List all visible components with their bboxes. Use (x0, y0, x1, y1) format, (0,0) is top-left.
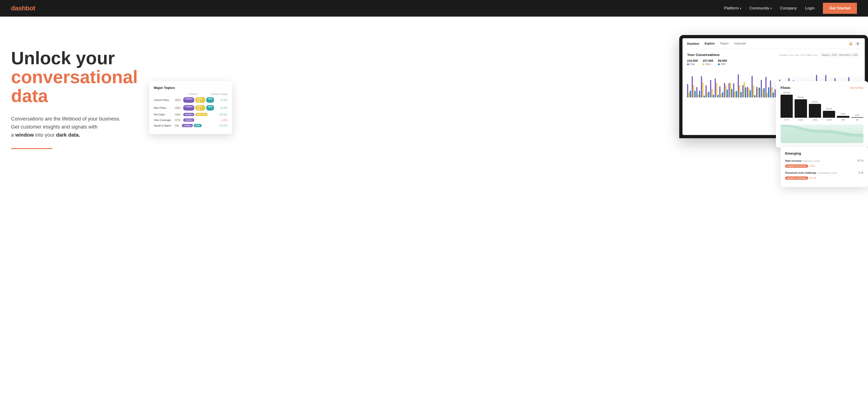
emerging-sentiment-tag: Negative Sentiment (785, 165, 808, 168)
nav-links: Platform ▾ Community ▾ Company Login Get… (724, 3, 857, 14)
chevron-down-icon: ▾ (740, 7, 741, 10)
emerging-count: 10.7k (857, 159, 863, 162)
bar-group (710, 80, 714, 97)
chart-bar (754, 95, 755, 97)
flows-bars: 100.0% 3,771 80.0% 3,031 60.0% 1,892 30.… (780, 93, 863, 121)
chart-bar (715, 79, 716, 97)
get-started-button[interactable]: Get Started (823, 3, 857, 14)
topic-change: +3.2% (216, 98, 227, 102)
flow-pct: 60.0% (812, 101, 818, 103)
bar-group (696, 87, 700, 97)
chart-bar (739, 85, 740, 97)
topic-tag: Chatbot (183, 113, 194, 116)
hero-underline-decoration (11, 148, 53, 149)
topic-name: Cancel Policy (154, 98, 172, 102)
chart-bar (727, 90, 728, 97)
topic-row: Speak to Agent 90k ChatbotSMS +13.2% (154, 124, 227, 127)
emerging-rows: Rate increase Expensive, Cancel 10.7k Ne… (785, 159, 863, 180)
chart-bar (708, 92, 709, 97)
flow-bar (795, 99, 807, 118)
voice-legend-dot (703, 63, 704, 65)
bar-group (733, 83, 737, 97)
chat-legend-dot (687, 63, 689, 65)
chart-bar (773, 93, 774, 97)
chart-bar (750, 90, 751, 97)
chart-bar (696, 87, 698, 97)
chart-bar (690, 90, 691, 97)
topic-tag: Chatbot (183, 105, 194, 111)
stat-chat: 210,000 Chat (687, 59, 698, 65)
screen-nav-report[interactable]: Report (720, 42, 728, 45)
chart-bar (768, 87, 769, 97)
emerging-tag-row: Negative Sentiment -21.2% (785, 175, 863, 180)
topic-tags: ChatbotSMS (182, 124, 214, 127)
flow-bar-container (780, 95, 793, 118)
topic-count: 177k (174, 119, 181, 122)
bar-group (756, 87, 760, 97)
topic-row: View Coverage 177k Chatbot -1.0% (154, 118, 227, 122)
flow-count: 3,771 (784, 119, 789, 121)
chart-bar (770, 80, 771, 97)
chart-bar (687, 84, 688, 97)
chart-stats: 210,000 Chat 157,000 Voice (687, 59, 860, 65)
chart-bar (701, 76, 702, 97)
topic-change: -1.0% (216, 119, 227, 121)
topic-tag: SMS (194, 124, 202, 127)
nav-login[interactable]: Login (805, 6, 815, 10)
flow-bar (851, 117, 863, 118)
see-full-flow-link[interactable]: See full flow (850, 86, 863, 89)
navigation: dashbot Platform ▾ Community ▾ Company L… (0, 0, 868, 17)
chart-bar (744, 82, 745, 97)
bar-group (724, 83, 728, 97)
chart-bar (699, 91, 700, 97)
chart-bar (748, 88, 749, 97)
topics-col-volume: Volume Change (211, 93, 227, 95)
bar-group (728, 83, 733, 97)
notification-icon[interactable]: 🔔 (848, 41, 853, 46)
chart-controls: Average: 3,421 | Low: 2,347 | High: 6,23… (779, 53, 860, 57)
stat-sms: 89,000 SMS (718, 59, 727, 65)
stat-voice: 157,000 Voice (703, 59, 713, 65)
screen-nav-automate[interactable]: Automate (734, 42, 746, 45)
emerging-label-group: Password reset challenge Authentication,… (785, 170, 837, 175)
brand-logo[interactable]: dashbot (11, 5, 35, 12)
emerging-label-group: Rate increase Expensive, Cancel (785, 159, 820, 163)
flow-pct: 8.0% (841, 113, 846, 115)
nav-company[interactable]: Company (780, 6, 797, 10)
flow-bar (823, 111, 835, 118)
nav-platform[interactable]: Platform ▾ (724, 6, 741, 10)
flow-pct: 30.0% (826, 108, 832, 110)
flows-title: Flows (780, 86, 790, 90)
flows-header: Flows See full flow (780, 86, 863, 90)
chart-bar (730, 83, 731, 97)
hero-text: Unlock your conversational data Conversa… (11, 35, 140, 149)
settings-icon[interactable]: ⚙ (855, 41, 860, 46)
bar-group (747, 87, 751, 97)
flow-bar-container (851, 117, 863, 118)
screen-logo: Dashbot (687, 42, 699, 46)
screen-nav-explore[interactable]: Explore (705, 42, 715, 45)
bar-group (706, 85, 709, 97)
topic-name: Speak to Agent (154, 124, 172, 127)
chart-bar (759, 88, 760, 97)
chart-bar (693, 85, 694, 97)
nav-community[interactable]: Community ▾ (749, 6, 772, 10)
bar-group (761, 80, 765, 97)
bar-group (687, 84, 691, 97)
date-range[interactable]: August 1, 2022 - December 1, 2022 (820, 53, 860, 57)
chart-bar (706, 85, 707, 97)
chart-bar (692, 76, 693, 97)
emerging-title: Emerging (785, 151, 863, 155)
topic-tag: Chatbot (182, 124, 193, 127)
flow-count: 60 (856, 119, 858, 121)
chart-bar (688, 93, 690, 97)
topic-tag: SMS (206, 105, 214, 111)
chart-bar (753, 85, 754, 97)
topic-count: 90k (174, 124, 180, 127)
chart-bar (757, 88, 759, 97)
chart-bar (751, 76, 753, 97)
screen-navbar: Dashbot Explore Report Automate 🔔 ⚙ (682, 38, 865, 49)
hero-title: Unlock your conversational data (11, 49, 140, 106)
chart-bar (707, 93, 708, 97)
flow-bar-group: 2.0% 60 (851, 114, 863, 121)
